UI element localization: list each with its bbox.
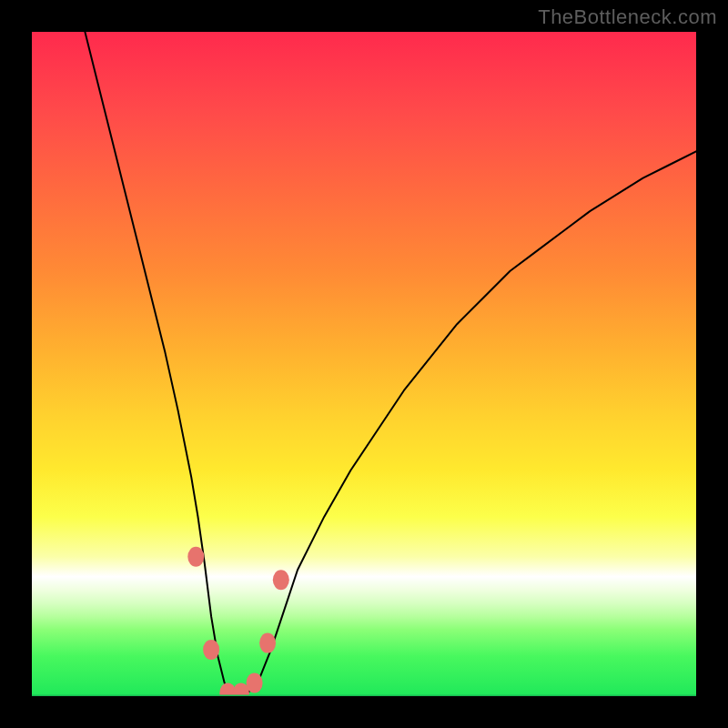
bottleneck-curve (85, 32, 696, 696)
chart-svg (32, 32, 696, 696)
svg-point-6 (273, 570, 289, 590)
svg-point-1 (203, 640, 219, 660)
svg-point-5 (259, 633, 276, 653)
svg-point-0 (187, 547, 204, 567)
chart-frame: TheBottleneck.com (0, 0, 728, 728)
curve-markers (187, 547, 288, 696)
watermark-text: TheBottleneck.com (538, 5, 717, 29)
svg-point-4 (247, 672, 263, 693)
chart-plot-area (32, 32, 696, 696)
